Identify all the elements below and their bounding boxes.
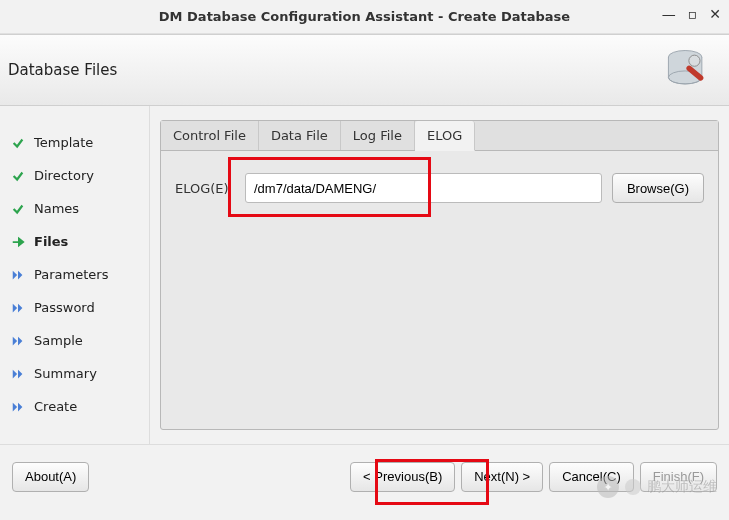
sidebar-item-files[interactable]: Files: [0, 225, 149, 258]
sidebar-item-label: Parameters: [34, 267, 108, 282]
sidebar-item-label: Files: [34, 234, 68, 249]
sidebar: Template Directory Names Files Parameter…: [0, 106, 150, 444]
tab-log-file[interactable]: Log File: [341, 121, 415, 150]
sidebar-item-label: Password: [34, 300, 95, 315]
sidebar-item-label: Directory: [34, 168, 94, 183]
maximize-icon[interactable]: ▫: [688, 6, 698, 22]
about-button[interactable]: About(A): [12, 462, 89, 492]
previous-button[interactable]: < Previous(B): [350, 462, 455, 492]
elog-label: ELOG(E): [175, 181, 235, 196]
page-title: Database Files: [8, 61, 117, 79]
main-panel: Control File Data File Log File ELOG ELO…: [150, 106, 729, 444]
elog-input[interactable]: [245, 173, 602, 203]
footer: About(A) < Previous(B) Next(N) > Cancel(…: [0, 444, 729, 508]
check-icon: [10, 169, 26, 183]
double-arrow-icon: [10, 334, 26, 348]
sidebar-item-label: Sample: [34, 333, 83, 348]
sidebar-item-parameters[interactable]: Parameters: [0, 258, 149, 291]
tab-panel: Control File Data File Log File ELOG ELO…: [160, 120, 719, 430]
double-arrow-icon: [10, 400, 26, 414]
sidebar-item-label: Template: [34, 135, 93, 150]
arrow-right-icon: [10, 235, 26, 249]
sidebar-item-label: Summary: [34, 366, 97, 381]
database-wrench-icon: [657, 44, 717, 96]
tab-elog[interactable]: ELOG: [415, 121, 475, 151]
check-icon: [10, 202, 26, 216]
window-controls: — ▫ ✕: [662, 6, 721, 22]
sidebar-item-password[interactable]: Password: [0, 291, 149, 324]
tab-control-file[interactable]: Control File: [161, 121, 259, 150]
sidebar-item-directory[interactable]: Directory: [0, 159, 149, 192]
window-title: DM Database Configuration Assistant - Cr…: [159, 9, 570, 24]
double-arrow-icon: [10, 367, 26, 381]
next-button[interactable]: Next(N) >: [461, 462, 543, 492]
sidebar-item-label: Create: [34, 399, 77, 414]
elog-row: ELOG(E) Browse(G): [175, 173, 704, 203]
tab-data-file[interactable]: Data File: [259, 121, 341, 150]
finish-button[interactable]: Finish(F): [640, 462, 717, 492]
svg-point-3: [689, 55, 700, 66]
tab-content-elog: ELOG(E) Browse(G): [161, 151, 718, 425]
page-header: Database Files: [0, 34, 729, 106]
sidebar-item-sample[interactable]: Sample: [0, 324, 149, 357]
sidebar-item-create[interactable]: Create: [0, 390, 149, 423]
cancel-button[interactable]: Cancel(C): [549, 462, 634, 492]
minimize-icon[interactable]: —: [662, 6, 676, 22]
sidebar-item-names[interactable]: Names: [0, 192, 149, 225]
check-icon: [10, 136, 26, 150]
sidebar-item-summary[interactable]: Summary: [0, 357, 149, 390]
sidebar-item-label: Names: [34, 201, 79, 216]
double-arrow-icon: [10, 301, 26, 315]
sidebar-item-template[interactable]: Template: [0, 126, 149, 159]
close-icon[interactable]: ✕: [709, 6, 721, 22]
tabs: Control File Data File Log File ELOG: [161, 121, 718, 151]
double-arrow-icon: [10, 268, 26, 282]
browse-button[interactable]: Browse(G): [612, 173, 704, 203]
titlebar: DM Database Configuration Assistant - Cr…: [0, 0, 729, 34]
